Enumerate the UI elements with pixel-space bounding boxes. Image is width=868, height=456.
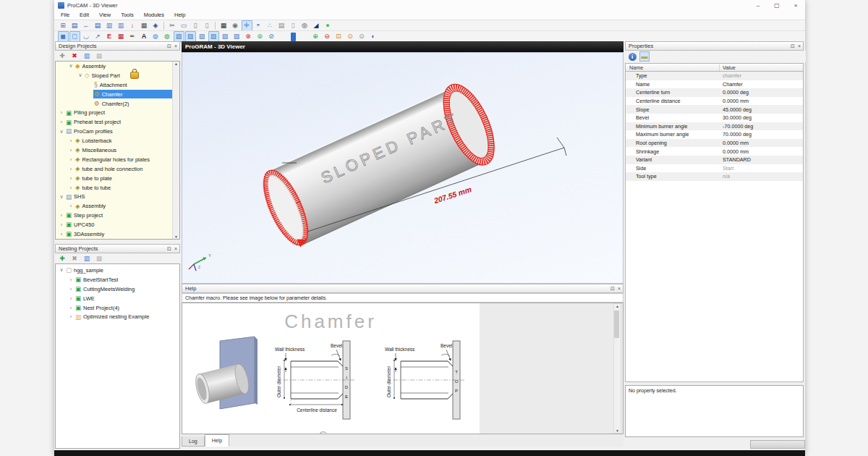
record-icon[interactable]: ◎ [299,20,310,31]
close-panel-icon[interactable]: × [618,286,621,292]
nodes-icon[interactable]: ∴ [265,20,276,31]
expand-chevron-icon[interactable]: ∨ [58,267,65,273]
float-panel-icon[interactable]: ⊡ [610,286,615,292]
delete-nest-icon[interactable]: ✖ [69,253,80,263]
property-value[interactable]: 30.0000 deg [720,114,752,121]
tree-item[interactable]: › ▣ LWE [56,294,179,303]
panel-tab[interactable]: Log [182,436,205,447]
property-value[interactable]: 45.0000 deg [720,106,752,113]
float-panel-icon[interactable]: ⊡ [791,43,795,49]
import-icon[interactable]: ▥ [104,20,115,31]
open-icon[interactable]: ▥ [116,20,127,31]
tree-item[interactable]: › ▣ Piling project [56,108,173,117]
panel-resize-button[interactable] [750,440,805,449]
tree-item[interactable]: › ◈ tube and hole connection [56,164,173,174]
property-value[interactable]: chamfer [720,72,741,79]
tree-item[interactable]: › ◈ Lobsterback [56,136,173,145]
tree-item[interactable]: ∨ ▤ ProCam profiles [56,127,173,136]
property-value[interactable]: Start [720,165,733,172]
view-back-icon[interactable]: ▨ [185,31,196,42]
close-button[interactable]: × [786,0,805,10]
pan-icon[interactable]: ⊙ [357,31,367,42]
property-row[interactable]: Slope 45.0000 deg [626,105,803,114]
no-cut-icon[interactable]: ⊗ [243,31,254,42]
expand-chevron-icon[interactable]: › [67,296,75,301]
edge-icon[interactable]: E [104,31,115,42]
help-scrollbar[interactable]: ▲ ▼ [613,303,621,434]
tree-item[interactable]: › ▣ UPC450 [56,220,173,229]
property-row[interactable]: Bevel 30.0000 deg [626,114,803,122]
scroll-up-icon[interactable]: ▲ [616,304,619,308]
property-row[interactable]: Shrinkage 0.0000 mm [626,147,803,156]
property-value[interactable]: 0.0000 mm [720,98,749,104]
property-row[interactable]: Centerline distance 0.0000 mm [626,97,803,106]
tree-item[interactable]: › ◈ tube to tube [56,183,173,193]
property-row[interactable]: Type chamfer [626,72,803,80]
eye-icon[interactable]: ◉ [230,20,241,31]
zoom-window-icon[interactable]: ⊡ [333,31,344,42]
tree-item[interactable]: › ◈ tube to plate [56,174,173,183]
property-value[interactable]: 0.0000 mm [720,148,749,155]
expand-chevron-icon[interactable]: › [67,185,75,190]
column-value[interactable]: Value [720,64,736,71]
export-icon[interactable]: ↓ [127,20,138,31]
expand-chevron-icon[interactable]: › [67,166,75,172]
close-panel-icon[interactable]: × [174,246,177,252]
property-row[interactable]: Centerline turn 0.0000 deg [626,88,803,97]
scroll-thumb[interactable] [614,311,619,338]
property-value[interactable]: 0.0000 deg [720,89,749,96]
property-value[interactable]: 0.0000 mm [720,140,749,146]
expand-chevron-icon[interactable]: ∨ [58,194,65,200]
float-panel-icon[interactable]: ⊡ [167,246,171,252]
section-icon[interactable]: ⊘ [266,31,277,42]
view-top-icon[interactable]: ▧ [220,31,231,42]
property-row[interactable]: Variant STANDARD [626,156,803,164]
tree-item[interactable]: ⚙ Chamfer(2) [56,99,173,109]
orbit-icon[interactable]: ◐ [368,31,379,42]
expand-chevron-icon[interactable]: ∨ [77,72,84,78]
shaded-view-icon[interactable]: ◼ [58,31,69,42]
expand-chevron-icon[interactable]: › [67,287,75,292]
move-icon[interactable]: ↗ [93,31,103,42]
menu-tools[interactable]: Tools [116,12,139,18]
back-icon[interactable]: ← [81,20,92,31]
3d-viewport-canvas[interactable]: SLOPED PART 207.55 mm Y Z [182,53,623,283]
property-value[interactable]: 70.0000 deg [720,131,752,138]
globe-mesh-icon[interactable]: ◍ [162,31,173,42]
tree-item[interactable]: › ▣ Preheat test project [56,117,173,127]
tree-item[interactable]: ∨ ▤ SHS [56,192,173,201]
probe-icon[interactable]: ✒ [127,31,138,42]
expand-chevron-icon[interactable]: › [58,232,65,237]
property-value[interactable]: Chamfer [720,81,743,88]
expand-chevron-icon[interactable]: › [67,138,75,143]
property-value[interactable]: -70.0000 deg [720,123,753,130]
wireframe-view-icon[interactable]: ◻ [69,31,80,42]
expand-chevron-icon[interactable]: ∨ [58,129,65,135]
shape-properties-button[interactable]: ▬ [639,51,650,62]
scroll-down-icon[interactable]: ▼ [174,235,178,239]
paste-icon[interactable]: ▯ [190,20,201,31]
close-panel-icon[interactable]: × [174,43,177,49]
property-row[interactable]: Minimum burner angle -70.0000 deg [626,122,803,131]
expand-chevron-icon[interactable]: › [67,157,75,162]
tree-item[interactable]: § Attachment [56,80,173,90]
menu-modules[interactable]: Modules [139,12,169,18]
tree-item[interactable]: ∨ ◆ Assembly [56,62,173,71]
expand-chevron-icon[interactable]: › [67,176,75,181]
view-front-icon[interactable]: ▧ [174,31,184,42]
add-nest-icon[interactable]: ✚ [57,253,67,263]
status-sphere-icon[interactable]: ● [323,20,333,31]
expand-chevron-icon[interactable]: › [67,314,75,319]
tree-item[interactable]: › ▣ 3DAssembly [56,229,173,239]
material-icon[interactable]: ▦ [116,31,127,42]
save-icon[interactable]: ▤ [69,20,80,31]
text-icon[interactable]: A [139,31,150,42]
cylinder-part[interactable]: SLOPED PART [254,77,504,253]
document-icon[interactable]: ▯ [288,20,299,31]
expand-chevron-icon[interactable]: › [67,277,75,282]
tree-item[interactable]: ∨ ◇ Sloped Part [56,71,173,80]
property-value[interactable]: STANDARD [720,156,751,163]
delete-item-icon[interactable]: ✖ [69,51,80,61]
view-right-icon[interactable]: ▨ [208,31,219,42]
refresh-icon[interactable]: ▦ [94,253,104,263]
